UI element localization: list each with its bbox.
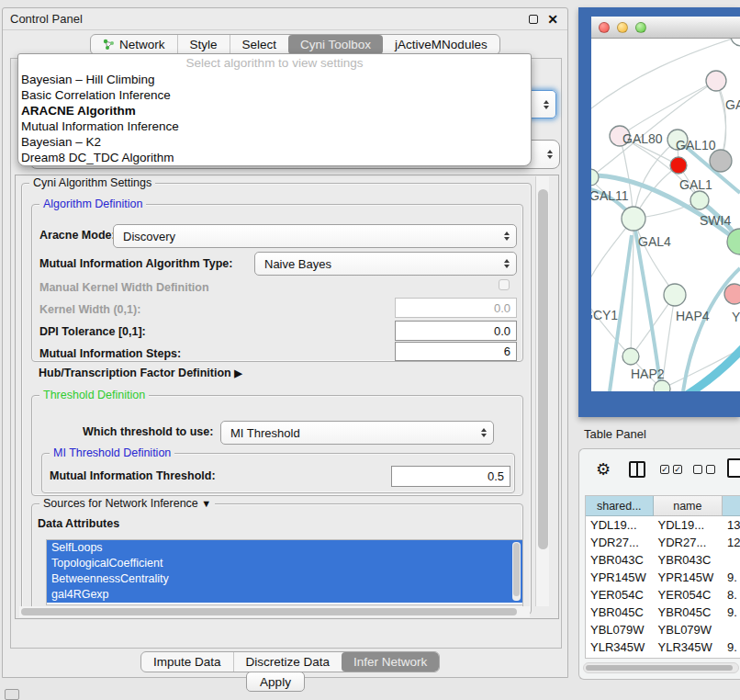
network-node[interactable] (731, 39, 740, 46)
network-node[interactable] (622, 207, 645, 231)
attribute-list-item[interactable]: SelfLoops (47, 540, 522, 556)
table-cell: YBL079W (586, 621, 654, 638)
network-view-window[interactable]: GALGAL80GAL10GAL1GAL11SWI4GAL4GCY1HAP4YH… (578, 7, 740, 417)
table-body: YDL19...YDL19...13YDR27...YDR27...12YBR0… (586, 516, 740, 659)
table-cell: YBR043C (654, 551, 723, 569)
network-node[interactable] (622, 348, 639, 365)
column-header[interactable] (723, 496, 740, 516)
manual-kernel-checkbox[interactable] (499, 279, 510, 290)
algorithm-dropdown-popup: Select algorithm to view settings Bayesi… (17, 53, 532, 166)
settings-vertical-scrollbar[interactable] (535, 176, 549, 606)
panel-corner-icon[interactable] (5, 689, 19, 700)
attribute-list-item[interactable]: BetweennessCentrality (47, 571, 522, 587)
dropdown-option[interactable]: Bayesian – K2 (18, 134, 531, 150)
table-cell: YPR145W (654, 569, 723, 586)
network-node-label: GAL80 (622, 131, 663, 146)
dropdown-option[interactable]: Bayesian – Hill Climbing (18, 72, 531, 87)
network-node[interactable] (654, 380, 670, 391)
network-node[interactable] (670, 157, 687, 174)
settings-horizontal-scrollbar[interactable] (19, 606, 530, 617)
dpi-tolerance-field[interactable]: 0.0 (395, 321, 517, 341)
tab-discretize-data[interactable]: Discretize Data (233, 652, 342, 672)
table-cell: YER054C (586, 586, 654, 604)
tab-jactivemnodules[interactable]: jActiveMNodules (383, 35, 499, 54)
unchecked-checkbox-icon[interactable] (693, 465, 702, 474)
column-header[interactable]: name (654, 496, 723, 516)
dropdown-option[interactable]: Basic Correlation Inference (18, 87, 531, 103)
sources-group-title[interactable]: Sources for Network Inference ▼ (39, 497, 215, 510)
table-row[interactable]: YLR345WYLR345W9. (586, 638, 740, 656)
aracne-mode-combobox[interactable]: Discovery (113, 224, 517, 248)
document-icon[interactable] (727, 458, 740, 478)
network-node[interactable] (690, 191, 709, 209)
attribute-list-item[interactable]: TopologicalCoefficient (47, 556, 522, 571)
network-node-label: Y (732, 310, 740, 324)
cyni-settings-group-title: Cyni Algorithm Settings (29, 176, 155, 189)
data-attributes-list[interactable]: SelfLoopsTopologicalCoefficientBetweenne… (46, 539, 523, 605)
combo-stepper-icon (544, 100, 549, 109)
network-edge (591, 297, 631, 356)
dropdown-option[interactable]: Mutual Information Inference (18, 119, 531, 134)
network-node[interactable] (664, 284, 686, 306)
control-panel-tabbar: NetworkStyleSelectCyni ToolboxjActiveMNo… (90, 34, 500, 55)
split-columns-icon[interactable] (629, 461, 645, 478)
table-cell: YBR045C (586, 604, 654, 621)
minimize-traffic-light-icon[interactable] (617, 22, 628, 33)
attribute-list-scrollbar[interactable] (512, 542, 521, 601)
table-row[interactable]: YBR045CYBR045C9. (586, 604, 740, 621)
tab-network[interactable]: Network (91, 35, 177, 54)
table-row[interactable]: YBR043CYBR043C (586, 551, 740, 569)
table-row[interactable]: YIL052CYIL052C9. (586, 656, 740, 659)
tab-cyni-toolbox[interactable]: Cyni Toolbox (288, 35, 383, 54)
table-row[interactable]: YER054CYER054C8. (586, 586, 740, 604)
table-row[interactable]: YDL19...YDL19...13 (586, 516, 740, 534)
tab-label: Discretize Data (246, 655, 331, 669)
scrollbar-thumb[interactable] (538, 189, 548, 549)
network-icon (103, 39, 115, 51)
mi-threshold-field[interactable]: 0.5 (391, 466, 510, 487)
checked-checkbox-icon[interactable]: ✓ (660, 465, 669, 474)
table-cell: YIL052C (654, 656, 723, 659)
dropdown-option[interactable]: Dream8 DC_TDC Algorithm (18, 150, 531, 165)
float-window-icon[interactable] (529, 15, 538, 24)
dropdown-option[interactable]: ARACNE Algorithm (18, 103, 531, 119)
which-threshold-label: Which threshold to use: (83, 425, 213, 438)
scrollbar-thumb[interactable] (21, 608, 517, 615)
zoom-traffic-light-icon[interactable] (635, 22, 646, 33)
checked-checkbox-icon[interactable]: ✓ (673, 465, 682, 474)
network-node[interactable] (706, 71, 726, 91)
table-row[interactable]: YDR27...YDR27...12 (586, 534, 740, 551)
tab-label: Select (242, 38, 277, 51)
which-threshold-combobox[interactable]: MI Threshold (220, 421, 494, 445)
table-cell: YLR345W (654, 638, 723, 656)
threshold-definition-title: Threshold Definition (39, 389, 149, 401)
settings-scrollpane: Cyni Algorithm Settings Algorithm Defini… (15, 175, 559, 619)
table-row[interactable]: YPR145WYPR145W9. (586, 569, 740, 586)
network-node-label: HAP4 (676, 309, 710, 323)
tab-style[interactable]: Style (177, 35, 230, 54)
mi-type-combobox[interactable]: Naive Bayes (254, 252, 517, 276)
network-edge (687, 345, 740, 391)
column-header[interactable]: shared... (586, 496, 654, 516)
kernel-width-field[interactable]: 0.0 (395, 298, 517, 318)
apply-button[interactable]: Apply (246, 672, 305, 692)
close-traffic-light-icon[interactable] (599, 22, 610, 33)
table-cell: 8. (723, 586, 740, 604)
table-horizontal-scrollbar[interactable] (583, 662, 739, 673)
table-row[interactable]: YBL079WYBL079W (586, 621, 740, 638)
scrollbar-thumb[interactable] (586, 665, 733, 671)
tab-select[interactable]: Select (230, 35, 289, 54)
close-icon[interactable]: ✕ (547, 11, 558, 28)
network-node[interactable] (724, 284, 740, 304)
tab-infer-network[interactable]: Infer Network (342, 652, 439, 672)
gear-icon[interactable]: ⚙ (596, 459, 611, 480)
network-window-titlebar[interactable] (591, 17, 740, 39)
network-canvas[interactable]: GALGAL80GAL10GAL1GAL11SWI4GAL4GCY1HAP4YH… (591, 39, 740, 391)
hub-definition-toggle[interactable]: Hub/Transcription Factor Definition ▶ (39, 367, 242, 379)
mi-steps-field[interactable]: 6 (395, 342, 517, 361)
unchecked-checkbox-icon[interactable] (706, 465, 715, 474)
tab-impute-data[interactable]: Impute Data (141, 652, 233, 672)
sources-group: Sources for Network Inference ▼ Data Att… (31, 503, 523, 614)
network-node[interactable] (710, 150, 732, 172)
attribute-list-item[interactable]: gal4RGexp (47, 587, 522, 603)
